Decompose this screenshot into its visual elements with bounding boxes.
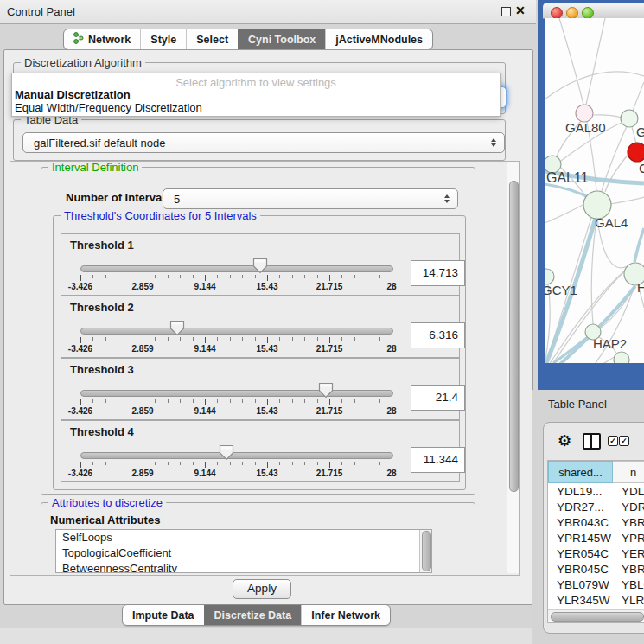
zoom-traffic-light-icon[interactable] bbox=[582, 7, 594, 19]
slider-track[interactable] bbox=[80, 390, 393, 397]
cell-shared-name[interactable]: YER054C bbox=[548, 546, 613, 562]
gear-icon[interactable]: ⚙ bbox=[558, 431, 571, 450]
threshold-panel-4: Threshold 4-3.4262.8599.14415.4321.71528… bbox=[61, 420, 460, 482]
slider-major-tick bbox=[267, 337, 268, 343]
cell-shared-name[interactable]: YLR345W bbox=[548, 593, 613, 609]
slider-minor-ticks bbox=[80, 275, 392, 278]
table-row[interactable]: YBR045CYBR0 bbox=[548, 562, 644, 577]
apply-button[interactable]: Apply bbox=[233, 579, 291, 599]
cell-name[interactable]: YLR3 bbox=[613, 593, 644, 609]
network-node[interactable] bbox=[576, 105, 593, 122]
slider-thumb[interactable] bbox=[318, 382, 334, 399]
cell-name[interactable]: YPR1 bbox=[613, 531, 644, 546]
number-of-intervals-combo[interactable]: 5 bbox=[163, 188, 458, 209]
slider-major-tick bbox=[205, 462, 206, 468]
network-view-canvas[interactable]: GAL80 GA C GAL11 GAL4 GCY1 H HAP2 bbox=[545, 18, 644, 363]
table-row[interactable]: YER054CYER0 bbox=[548, 546, 644, 562]
attributes-group-label: Attributes to discretize bbox=[48, 496, 166, 509]
table-row[interactable]: YBL079WYBL0 bbox=[548, 577, 644, 593]
table-row[interactable]: YLR345WYLR3 bbox=[548, 593, 644, 609]
slider-major-tick bbox=[205, 337, 206, 343]
cell-name[interactable]: YER0 bbox=[613, 546, 644, 562]
algorithm-item-1[interactable]: Manual Discretization bbox=[15, 88, 131, 101]
cell-shared-name[interactable]: YDL19... bbox=[548, 484, 613, 500]
table-data-group: Table Data galFiltered.sif default node bbox=[13, 119, 506, 161]
threshold-value-field[interactable]: 14.713 bbox=[411, 260, 465, 286]
table-data-combo[interactable]: galFiltered.sif default node bbox=[22, 132, 505, 153]
slider-track[interactable] bbox=[80, 265, 393, 272]
table-columns-icon[interactable] bbox=[583, 433, 601, 450]
scrollbar-thumb[interactable] bbox=[551, 612, 644, 622]
slider-track[interactable] bbox=[80, 452, 393, 459]
minimize-traffic-light-icon[interactable] bbox=[566, 7, 578, 19]
slider-track[interactable] bbox=[80, 328, 393, 335]
node-label-partial: C bbox=[639, 161, 644, 175]
slider-tick-label: 21.715 bbox=[308, 282, 351, 291]
settings-scroll-area: Interval Definition Number of Intervals … bbox=[10, 161, 520, 576]
threshold-value-field[interactable]: 6.316 bbox=[411, 322, 465, 348]
attributes-list-scrollbar[interactable] bbox=[419, 530, 431, 572]
close-traffic-light-icon[interactable] bbox=[551, 7, 563, 19]
tab-style[interactable]: Style bbox=[140, 29, 186, 49]
scrollbar-thumb[interactable] bbox=[509, 181, 519, 492]
float-window-icon[interactable] bbox=[501, 7, 511, 16]
slider-minor-ticks bbox=[80, 462, 392, 465]
tab-select[interactable]: Select bbox=[186, 29, 238, 49]
attribute-list-item[interactable]: TopologicalCoefficient bbox=[56, 545, 431, 561]
checkbox-icon[interactable]: ✓ bbox=[619, 436, 629, 446]
slider-major-tick bbox=[80, 337, 81, 343]
close-icon[interactable]: ✕ bbox=[515, 3, 526, 17]
slider-thumb[interactable] bbox=[252, 258, 268, 274]
cell-name[interactable]: YDL1 bbox=[613, 484, 644, 500]
bottom-band bbox=[0, 628, 536, 644]
numerical-attributes-list[interactable]: SelfLoopsTopologicalCoefficientBetweenne… bbox=[55, 529, 432, 573]
slider-tick-label: 21.715 bbox=[308, 469, 351, 478]
column-header-name[interactable]: n bbox=[613, 461, 644, 483]
node-label-partial: GA bbox=[636, 124, 644, 139]
subtab-infer-network[interactable]: Infer Network bbox=[301, 605, 390, 625]
tab-network[interactable]: Network bbox=[64, 29, 140, 49]
network-node[interactable] bbox=[614, 352, 629, 363]
settings-vertical-scrollbar[interactable] bbox=[507, 162, 520, 573]
slider-thumb[interactable] bbox=[169, 320, 185, 336]
tab-group: NetworkStyleSelectCyni ToolboxjActiveMNo… bbox=[63, 29, 433, 50]
slider-tick-label: 2.859 bbox=[121, 344, 164, 354]
numerical-attributes-label: Numerical Attributes bbox=[50, 513, 160, 526]
threshold-value-field[interactable]: 11.344 bbox=[411, 447, 465, 473]
subtab-impute-data[interactable]: Impute Data bbox=[123, 605, 204, 625]
cell-name[interactable]: YBR0 bbox=[613, 515, 644, 531]
algorithm-item-2[interactable]: Equal Width/Frequency Discretization bbox=[15, 101, 202, 114]
thresholds-group-label: Threshold's Coordinates for 5 Intervals bbox=[61, 209, 260, 222]
threshold-panel-1: Threshold 1-3.4262.8599.14415.4321.71528… bbox=[61, 233, 460, 296]
slider-major-tick bbox=[267, 399, 268, 405]
table-row[interactable]: YDL19...YDL1 bbox=[548, 484, 644, 500]
cell-name[interactable]: YDR2 bbox=[613, 500, 644, 515]
algorithm-hint-item[interactable]: Select algorithm to view settings bbox=[12, 76, 500, 89]
network-node[interactable] bbox=[621, 110, 638, 127]
cell-shared-name[interactable]: YBR045C bbox=[548, 562, 613, 577]
cell-shared-name[interactable]: YBR043C bbox=[548, 515, 613, 531]
table-row[interactable]: YPR145WYPR1 bbox=[548, 531, 644, 546]
table-horizontal-scrollbar[interactable] bbox=[548, 609, 644, 621]
cell-shared-name[interactable]: YPR145W bbox=[548, 531, 613, 546]
attribute-list-item[interactable]: SelfLoops bbox=[56, 530, 431, 545]
table-row[interactable]: YDR27...YDR2 bbox=[548, 500, 644, 515]
cell-shared-name[interactable]: YDR27... bbox=[548, 500, 613, 515]
checkbox-icon[interactable]: ✓ bbox=[608, 436, 618, 446]
network-graph: GAL80 GA C GAL11 GAL4 GCY1 H HAP2 bbox=[545, 18, 644, 363]
column-header-shared-name[interactable]: shared... bbox=[548, 461, 613, 483]
tab-jactivemnodules[interactable]: jActiveMNodules bbox=[325, 29, 432, 49]
table-row[interactable]: YBR043CYBR0 bbox=[548, 515, 644, 531]
slider-thumb[interactable] bbox=[219, 444, 234, 461]
cell-shared-name[interactable]: YBL079W bbox=[548, 577, 613, 593]
tab-cyni-toolbox[interactable]: Cyni Toolbox bbox=[238, 29, 325, 49]
table-panel-title: Table Panel bbox=[548, 398, 607, 411]
cell-name[interactable]: YBR0 bbox=[613, 562, 644, 577]
subtab-discretize-data[interactable]: Discretize Data bbox=[204, 605, 302, 625]
threshold-value-field[interactable]: 21.4 bbox=[411, 385, 465, 411]
network-window-titlebar[interactable] bbox=[543, 3, 644, 19]
slider-tick-label: 21.715 bbox=[308, 344, 351, 354]
network-node-selected[interactable] bbox=[628, 143, 644, 162]
attribute-list-item[interactable]: BetweennessCentrality bbox=[56, 561, 431, 573]
cell-name[interactable]: YBL0 bbox=[613, 577, 644, 593]
